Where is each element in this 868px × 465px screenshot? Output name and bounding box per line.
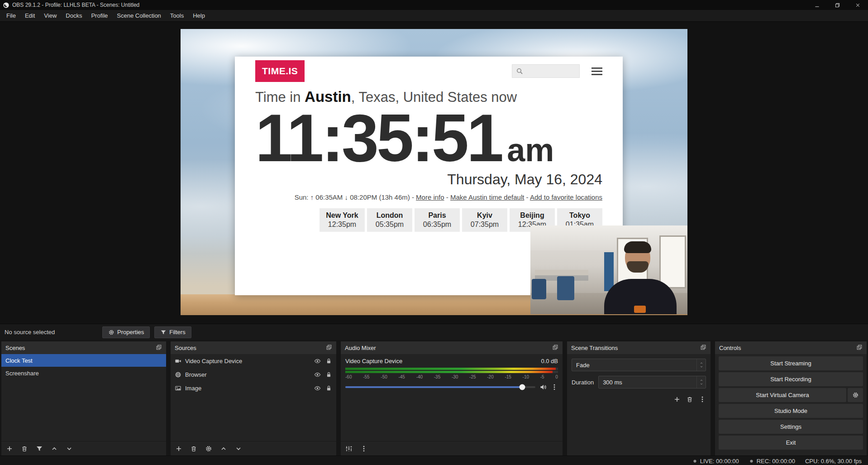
office-chair [557, 276, 574, 300]
menu-profile[interactable]: Profile [86, 10, 112, 21]
menubar: File Edit View Docks Profile Scene Colle… [0, 10, 868, 22]
meter-fill [345, 368, 556, 370]
visibility-eye-icon[interactable] [314, 358, 321, 364]
source-item-browser[interactable]: Browser [171, 368, 336, 381]
mute-button[interactable] [539, 384, 547, 391]
start-recording-button[interactable]: Start Recording [719, 372, 863, 386]
person-beard [627, 261, 649, 273]
camera-icon [175, 358, 181, 364]
sources-panel-title: Sources [175, 345, 196, 351]
controls-panel-header: Controls [715, 341, 867, 354]
maximize-button[interactable] [827, 0, 848, 10]
webcam-source[interactable] [530, 225, 687, 314]
mixer-sliders-icon [345, 445, 353, 452]
add-scene-button[interactable] [6, 445, 13, 452]
source-item-image[interactable]: Image [171, 381, 336, 395]
lock-icon[interactable] [325, 385, 332, 392]
menu-view[interactable]: View [39, 10, 61, 21]
clock-meridiem: am [507, 131, 554, 168]
popout-icon[interactable] [700, 344, 706, 352]
controls-panel: Controls Start Streaming Start Recording… [715, 341, 867, 455]
start-streaming-button[interactable]: Start Streaming [719, 356, 863, 370]
add-transition-button[interactable] [673, 396, 681, 403]
source-item-video-capture[interactable]: Video Capture Device [171, 354, 336, 368]
tick-label: -60 [345, 374, 352, 379]
virtual-camera-settings-button[interactable] [848, 388, 863, 402]
sun-times: Sun: ↑ 06:35AM ↓ 08:20PM (13h 46m) - [295, 193, 416, 201]
scenes-panel: Scenes Clock Test Screenshare [1, 341, 166, 455]
city-name: Tokyo [562, 211, 598, 220]
combo-arrows [696, 359, 706, 371]
mixer-options-button[interactable] [360, 445, 367, 452]
close-button[interactable] [848, 0, 868, 10]
lock-icon[interactable] [325, 371, 332, 378]
move-scene-down-button[interactable] [66, 445, 73, 452]
scene-item-screenshare[interactable]: Screenshare [1, 367, 166, 379]
tick-label: -35 [434, 374, 440, 379]
spin-down-button[interactable] [699, 382, 704, 386]
record-status-icon [749, 459, 754, 464]
popout-icon[interactable] [156, 344, 162, 352]
settings-button[interactable]: Settings [719, 420, 863, 434]
lock-icon[interactable] [325, 358, 332, 364]
hamburger-menu-icon [591, 67, 602, 75]
menu-docks[interactable]: Docks [61, 10, 86, 21]
popout-icon[interactable] [552, 344, 558, 352]
menu-tools[interactable]: Tools [166, 10, 188, 21]
visibility-eye-icon[interactable] [314, 385, 321, 392]
move-source-up-button[interactable] [220, 445, 227, 452]
city-card: Paris 06:35pm [415, 208, 460, 232]
live-status-text: LIVE: 00:00:00 [700, 458, 739, 465]
spin-up-button[interactable] [699, 379, 704, 382]
trash-icon [190, 445, 197, 452]
source-properties-button[interactable] [205, 445, 212, 452]
popout-icon[interactable] [856, 344, 863, 352]
minimize-button[interactable] [807, 0, 827, 10]
channel-options-button[interactable] [551, 384, 558, 391]
performance-stats-text: CPU: 0.6%, 30.00 fps [805, 458, 862, 465]
orange-object [634, 306, 646, 313]
person-hair [624, 241, 651, 253]
close-icon [855, 2, 861, 8]
studio-mode-button[interactable]: Studio Mode [719, 404, 863, 418]
popout-icon[interactable] [326, 344, 332, 352]
remove-transition-button[interactable] [686, 396, 693, 403]
volume-meter-left [345, 368, 558, 370]
program-canvas[interactable]: TIME.IS Time in Austin, Texas, United St… [181, 29, 687, 315]
filters-button[interactable]: Filters [154, 326, 191, 338]
volume-slider-handle[interactable] [519, 384, 525, 390]
menu-scene-collection[interactable]: Scene Collection [112, 10, 166, 21]
visibility-eye-icon[interactable] [314, 371, 321, 378]
move-scene-up-button[interactable] [51, 445, 58, 452]
tick-label: -20 [487, 374, 493, 379]
city-time: 07:35pm [467, 221, 503, 229]
remove-source-button[interactable] [190, 445, 197, 452]
transition-options-button[interactable] [699, 396, 706, 403]
scene-filters-button[interactable] [36, 445, 43, 452]
live-status: LIVE: 00:00:00 [692, 458, 739, 465]
scene-item-clock-test[interactable]: Clock Test [1, 354, 166, 367]
remove-scene-button[interactable] [21, 445, 28, 452]
rec-status: REC: 00:00:00 [749, 458, 795, 465]
add-source-button[interactable] [175, 445, 182, 452]
properties-button[interactable]: Properties [102, 326, 150, 338]
duration-spinbox[interactable]: 300 ms [598, 376, 706, 388]
start-virtual-camera-button[interactable]: Start Virtual Camera [719, 388, 846, 402]
dots-vertical-icon [699, 396, 706, 403]
move-source-down-button[interactable] [235, 445, 242, 452]
search-icon [516, 67, 523, 75]
transition-select[interactable]: Fade [572, 359, 706, 371]
volume-slider-fill [345, 386, 522, 388]
exit-button[interactable]: Exit [719, 436, 863, 450]
scenes-panel-title: Scenes [5, 345, 25, 351]
volume-slider[interactable] [345, 386, 535, 388]
preview-area: TIME.IS Time in Austin, Texas, United St… [0, 22, 868, 324]
menu-file[interactable]: File [2, 10, 20, 21]
advanced-audio-button[interactable] [345, 445, 353, 452]
menu-help[interactable]: Help [188, 10, 210, 21]
meter-fill [345, 371, 553, 373]
tick-label: -25 [469, 374, 476, 379]
menu-edit[interactable]: Edit [20, 10, 39, 21]
dots-vertical-icon [360, 445, 367, 452]
audio-channel-name: Video Capture Device [345, 358, 402, 364]
